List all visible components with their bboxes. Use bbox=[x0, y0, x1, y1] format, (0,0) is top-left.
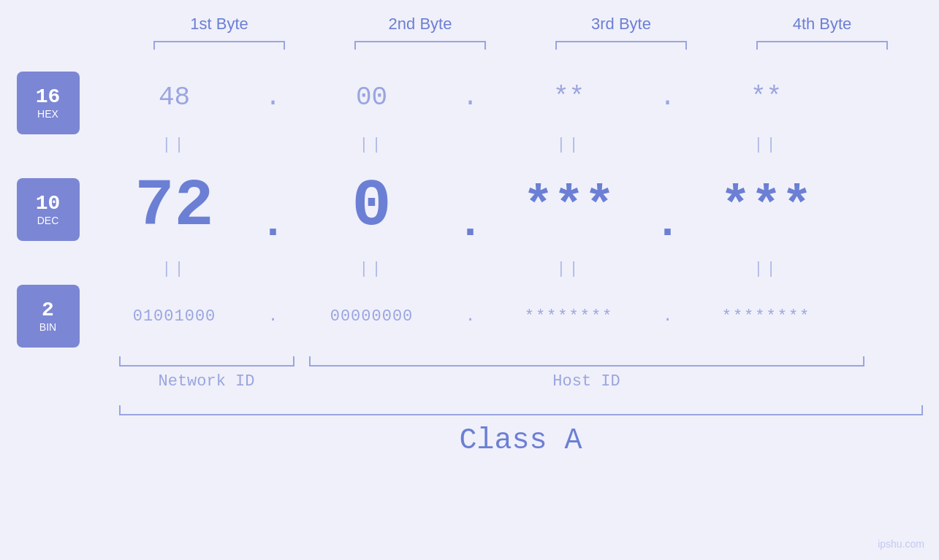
bin-dot2: . bbox=[452, 307, 489, 326]
hex-byte2-value: 00 bbox=[356, 83, 387, 112]
hex-byte4: ** bbox=[686, 83, 847, 112]
dec-dot3-value: . bbox=[654, 199, 680, 248]
bin-byte2-value: 00000000 bbox=[330, 307, 414, 326]
hex-byte2: 00 bbox=[292, 83, 452, 112]
bottom-labels: Network ID Host ID bbox=[119, 372, 923, 391]
bottom-brackets bbox=[119, 356, 923, 367]
eq1-b1: || bbox=[94, 136, 255, 154]
eq1-b2: || bbox=[292, 136, 452, 154]
hex-dot3: . bbox=[650, 83, 686, 112]
bin-base-label: BIN bbox=[39, 321, 56, 333]
dec-dot1-value: . bbox=[259, 199, 286, 248]
dec-byte2: 0 bbox=[292, 159, 452, 254]
content-area: 16 HEX 10 DEC 2 BIN 48 . bbox=[17, 64, 923, 349]
bin-dot2-value: . bbox=[465, 307, 475, 326]
byte-headers: 1st Byte 2nd Byte 3rd Byte 4th Byte bbox=[119, 15, 923, 34]
bracket-2 bbox=[354, 41, 486, 50]
bin-byte3-value: ******** bbox=[525, 307, 614, 326]
equals-row-1: || || || || bbox=[94, 130, 923, 159]
dec-dot2: . bbox=[452, 159, 489, 254]
host-id-label: Host ID bbox=[309, 372, 864, 391]
eq2-b2: || bbox=[292, 260, 452, 278]
hex-dot1: . bbox=[255, 83, 292, 112]
bracket-1 bbox=[153, 41, 285, 50]
top-brackets bbox=[119, 41, 923, 50]
dec-byte1-value: 72 bbox=[134, 169, 213, 244]
dec-dot2-value: . bbox=[457, 199, 483, 248]
bin-row: 01001000 . 00000000 . ******** . bbox=[94, 283, 923, 349]
hex-byte1-value: 48 bbox=[159, 83, 190, 112]
bracket-4 bbox=[756, 41, 888, 50]
labels-column: 16 HEX 10 DEC 2 BIN bbox=[17, 72, 80, 348]
bin-badge: 2 BIN bbox=[17, 285, 80, 348]
dec-byte3-value: *** bbox=[522, 178, 615, 236]
hex-base-label: HEX bbox=[37, 108, 58, 120]
eq2-b3: || bbox=[489, 260, 650, 278]
rows-container: 48 . 00 . ** . ** bbox=[94, 64, 923, 349]
hex-base-num: 16 bbox=[36, 86, 61, 109]
dec-byte1: 72 bbox=[94, 159, 255, 254]
hex-byte3-value: ** bbox=[553, 83, 585, 112]
hex-byte1: 48 bbox=[94, 83, 255, 112]
bin-byte1: 01001000 bbox=[94, 307, 255, 326]
dec-row: 72 . 0 . *** . *** bbox=[94, 159, 923, 254]
equals-row-2: || || || || bbox=[94, 254, 923, 283]
hex-byte4-value: ** bbox=[750, 83, 782, 112]
host-bracket bbox=[309, 356, 864, 367]
hex-byte3: ** bbox=[489, 83, 650, 112]
network-bracket bbox=[119, 356, 294, 367]
hex-dot1-value: . bbox=[265, 83, 281, 112]
bracket-3 bbox=[555, 41, 687, 50]
bin-byte3: ******** bbox=[489, 307, 650, 326]
dec-byte4-value: *** bbox=[720, 178, 812, 236]
bin-byte1-value: 01001000 bbox=[133, 307, 216, 326]
dec-byte3: *** bbox=[489, 159, 650, 254]
eq1-b4: || bbox=[686, 136, 847, 154]
hex-badge: 16 HEX bbox=[17, 72, 80, 134]
main-container: 1st Byte 2nd Byte 3rd Byte 4th Byte 16 H… bbox=[0, 0, 939, 560]
bin-byte4: ******** bbox=[686, 307, 847, 326]
dec-base-label: DEC bbox=[37, 215, 59, 226]
full-bottom-bracket bbox=[119, 405, 923, 415]
dec-byte4: *** bbox=[686, 159, 847, 254]
dec-dot1: . bbox=[255, 159, 292, 254]
dec-badge: 10 DEC bbox=[17, 178, 80, 241]
eq1-b3: || bbox=[489, 136, 650, 154]
hex-dot2-value: . bbox=[463, 83, 479, 112]
hex-dot3-value: . bbox=[660, 83, 676, 112]
bin-byte2: 00000000 bbox=[292, 307, 452, 326]
network-id-label: Network ID bbox=[119, 372, 294, 391]
byte-header-1: 1st Byte bbox=[139, 15, 300, 34]
hex-row: 48 . 00 . ** . ** bbox=[94, 64, 923, 130]
hex-dot2: . bbox=[452, 83, 489, 112]
byte-header-3: 3rd Byte bbox=[541, 15, 702, 34]
class-label: Class A bbox=[119, 424, 923, 457]
bin-byte4-value: ******** bbox=[722, 307, 811, 326]
byte-header-2: 2nd Byte bbox=[340, 15, 501, 34]
bin-dot1-value: . bbox=[268, 307, 278, 326]
dec-byte2-value: 0 bbox=[351, 169, 391, 244]
bin-dot1: . bbox=[255, 307, 292, 326]
dec-dot3: . bbox=[650, 159, 686, 254]
byte-header-4: 4th Byte bbox=[742, 15, 902, 34]
bin-dot3: . bbox=[650, 307, 686, 326]
eq2-b1: || bbox=[94, 260, 255, 278]
bin-base-num: 2 bbox=[42, 299, 54, 322]
eq2-b4: || bbox=[686, 260, 847, 278]
watermark: ipshu.com bbox=[878, 538, 924, 550]
bottom-section: Network ID Host ID bbox=[119, 356, 923, 391]
bin-dot3-value: . bbox=[663, 307, 672, 326]
dec-base-num: 10 bbox=[36, 193, 61, 215]
